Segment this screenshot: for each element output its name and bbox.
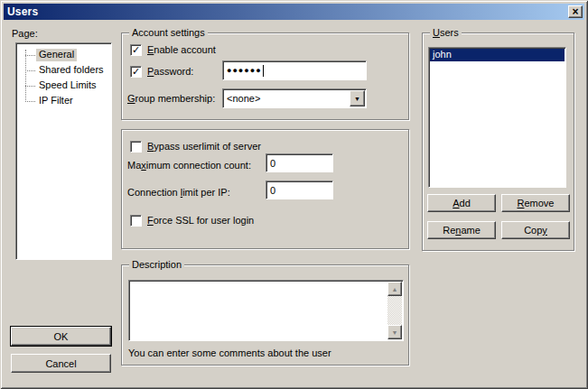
page-tree-item-general[interactable]: General	[36, 49, 77, 61]
bypass-userlimit-label: Bypass userlimit of server	[147, 141, 261, 152]
password-checkbox[interactable]: ✓	[130, 66, 142, 78]
bypass-userlimit-checkbox[interactable]	[130, 141, 142, 153]
page-tree-item-speed-limits[interactable]: Speed Limits	[36, 79, 99, 92]
force-ssl-checkbox[interactable]	[130, 215, 142, 227]
limits-group: Bypass userlimit of server Maximum conne…	[121, 129, 409, 249]
users-title: Users	[430, 27, 462, 38]
window-title: Users	[7, 5, 38, 18]
description-title: Description	[129, 259, 184, 270]
remove-user-button[interactable]: Remove	[501, 194, 570, 212]
user-list-item-john[interactable]: john	[430, 49, 565, 61]
rename-user-button[interactable]: Rename	[427, 221, 496, 239]
tree-branch-line	[25, 55, 35, 56]
scroll-down-button[interactable]: ▼	[387, 325, 402, 339]
page-tree: General Shared folders Speed Limits IP F…	[15, 42, 112, 260]
tree-branch-line	[25, 101, 35, 102]
text-caret	[263, 65, 264, 77]
tree-branch-line	[25, 86, 35, 87]
add-user-button[interactable]: Add	[427, 194, 496, 212]
arrow-up-icon: ▲	[392, 286, 398, 292]
vertical-scrollbar[interactable]: ▲ ▼	[387, 282, 402, 339]
force-ssl-label: Force SSL for user login	[147, 215, 254, 226]
password-value: ●●●●●●	[227, 66, 262, 75]
description-group: Description ▲ ▼ You can enter some comme…	[121, 264, 409, 366]
users-group: Users john Add Remove Rename Copy	[422, 32, 574, 251]
max-connection-count-label: Maximum connection count:	[127, 160, 251, 171]
enable-account-checkbox[interactable]: ✓	[130, 44, 142, 56]
ok-button[interactable]: OK	[11, 327, 111, 346]
group-membership-value: <none>	[227, 93, 260, 104]
dropdown-button[interactable]: ▼	[350, 90, 365, 107]
max-connection-count-input[interactable]: 0	[266, 153, 333, 172]
account-settings-title: Account settings	[129, 27, 208, 38]
password-input[interactable]: ●●●●●●	[222, 60, 367, 80]
enable-account-label: Enable account	[147, 44, 216, 55]
account-settings-group: Account settings ✓ Enable account ✓ Pass…	[121, 32, 409, 120]
group-membership-select[interactable]: <none> ▼	[222, 88, 367, 108]
page-tree-item-ip-filter[interactable]: IP Filter	[36, 95, 76, 107]
users-listbox[interactable]: john	[428, 47, 566, 188]
users-dialog: Users × Page: General Shared folders Spe…	[0, 0, 588, 389]
connection-limit-per-ip-input[interactable]: 0	[266, 181, 333, 199]
close-icon: ×	[572, 7, 578, 16]
checkmark-icon: ✓	[132, 45, 140, 55]
checkmark-icon: ✓	[132, 67, 140, 77]
cancel-button[interactable]: Cancel	[11, 354, 111, 373]
group-membership-label: Group membership:	[127, 93, 215, 104]
tree-branch-line	[25, 70, 35, 71]
connection-limit-per-ip-value: 0	[270, 185, 275, 196]
page-label: Page:	[12, 28, 38, 39]
max-connection-count-value: 0	[270, 158, 275, 169]
description-textarea[interactable]: ▲ ▼	[128, 280, 404, 341]
description-hint: You can enter some comments about the us…	[128, 347, 331, 358]
titlebar[interactable]: Users ×	[4, 4, 584, 20]
arrow-down-icon: ▼	[392, 329, 398, 336]
tree-branch-line	[25, 50, 26, 102]
connection-limit-per-ip-label: Connection limit per IP:	[127, 187, 230, 198]
copy-user-button[interactable]: Copy	[501, 221, 570, 239]
password-label: Password:	[147, 66, 193, 77]
scroll-up-button[interactable]: ▲	[387, 282, 402, 296]
page-tree-item-shared-folders[interactable]: Shared folders	[36, 64, 107, 77]
chevron-down-icon: ▼	[354, 96, 360, 102]
page-tree-inner: General Shared folders Speed Limits IP F…	[18, 45, 109, 257]
close-button[interactable]: ×	[568, 5, 583, 18]
